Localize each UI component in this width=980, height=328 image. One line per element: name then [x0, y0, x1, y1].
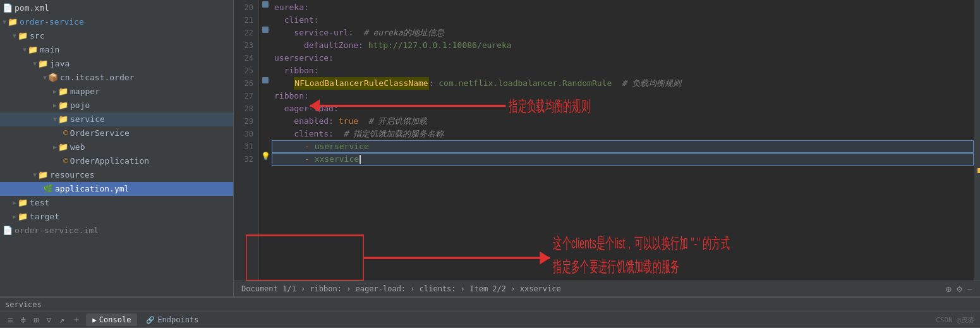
gutter: 💡 — [259, 0, 272, 281]
code-space — [334, 128, 344, 140]
code-value: xxservice — [315, 153, 359, 166]
fold-indicator[interactable] — [262, 77, 269, 83]
iml-icon: 📄 — [3, 224, 13, 237]
tree-label: pom.xml — [15, 2, 49, 15]
code-colon: : — [429, 77, 434, 90]
code-indent — [274, 64, 284, 77]
folder-icon: 📁 — [58, 99, 68, 112]
folder-icon: 📁 — [18, 210, 28, 223]
tree-label: test — [30, 197, 49, 209]
code-indent — [275, 140, 305, 153]
code-line-20: eureka: — [272, 1, 974, 14]
code-indent — [274, 39, 304, 52]
tree-label: java — [50, 58, 70, 70]
add-icon[interactable]: ⊕ — [945, 283, 952, 295]
tree-item-order-service[interactable]: ▼ 📁 order-service — [0, 15, 233, 29]
tree-label: target — [30, 210, 59, 223]
tab-endpoints[interactable]: 🔗 Endpoints — [140, 313, 205, 326]
bottom-panel: services ≡ ≑ ⊞ ▽ ↗ ＋ ▶ Console 🔗 Endpoin… — [0, 296, 980, 328]
fold-indicator[interactable] — [262, 1, 269, 8]
tree-item-target[interactable]: ▶ 📁 target — [0, 210, 233, 224]
line-numbers: 20 21 22 23 24 25 26 27 28 29 30 31 32 — [234, 0, 259, 281]
code-indent — [274, 14, 284, 27]
tree-label: service — [70, 113, 105, 126]
tree-item-mapper[interactable]: ▶ 📁 mapper — [0, 85, 233, 99]
scroll-down-icon[interactable]: ≑ — [18, 313, 28, 326]
tree-label: order-service — [20, 16, 84, 28]
chevron-right-icon: ▶ — [13, 197, 16, 209]
chevron-down-icon: ▼ — [43, 71, 47, 84]
code-key: clients: — [294, 128, 334, 140]
tree-item-package[interactable]: ▼ 📦 cn.itcast.order — [0, 71, 233, 85]
tree-item-pojo[interactable]: ▶ 📁 pojo — [0, 99, 233, 112]
code-indent — [274, 128, 294, 140]
code-indent — [275, 153, 305, 166]
code-dash: - — [305, 153, 315, 166]
code-comment: # 开启饥饿加载 — [368, 115, 428, 128]
tree-item-order-application[interactable]: © OrderApplication — [0, 154, 233, 168]
java-class-icon: © — [63, 127, 68, 140]
chevron-right-icon: ▶ — [53, 99, 57, 112]
file-tree-sidebar: 📄 pom.xml ▼ 📁 order-service ▼ 📁 src ▼ 📁 … — [0, 0, 234, 296]
grid-icon[interactable]: ⊞ — [31, 313, 41, 326]
xml-icon: 📄 — [3, 2, 13, 15]
chevron-down-icon: ▼ — [33, 169, 37, 181]
tree-label: mapper — [70, 85, 100, 98]
folder-icon: 📁 — [8, 16, 18, 28]
code-line-30: clients: # 指定饥饿加载的服务名称 — [272, 128, 974, 140]
code-space — [433, 77, 439, 90]
tab-console[interactable]: ▶ Console — [86, 313, 137, 326]
scroll-to-top-icon[interactable]: ≡ — [5, 313, 15, 326]
tree-label: src — [30, 30, 44, 42]
lightbulb-icon[interactable]: 💡 — [261, 152, 270, 161]
cursor — [360, 155, 361, 164]
tree-item-resources[interactable]: ▼ 📁 resources — [0, 168, 233, 182]
fold-indicator[interactable] — [262, 27, 269, 33]
tree-item-order-service-java[interactable]: © OrderService — [0, 126, 233, 140]
code-space — [334, 115, 339, 128]
chevron-down-icon: ▼ — [23, 44, 27, 56]
code-space — [353, 27, 363, 39]
code-value: com.netflix.loadbalancer.RandomRule — [439, 77, 612, 90]
tree-item-main[interactable]: ▼ 📁 main — [0, 43, 233, 57]
folder-icon: 📁 — [58, 113, 68, 126]
tree-item-service[interactable]: ▼ 📁 service — [0, 112, 233, 126]
code-line-31: - userservice — [272, 140, 974, 153]
status-bar: Document 1/1 › ribbon: › eager-load: › c… — [234, 281, 980, 296]
expand-icon[interactable]: ↗ — [57, 313, 67, 326]
tree-item-iml[interactable]: 📄 order-service.iml — [0, 224, 233, 238]
main-container: 📄 pom.xml ▼ 📁 order-service ▼ 📁 src ▼ 📁 … — [0, 0, 980, 328]
tree-item-web[interactable]: ▶ 📁 web — [0, 140, 233, 154]
code-value: http://127.0.0.1:10086/eureka — [368, 39, 512, 52]
tree-item-pom-xml[interactable]: 📄 pom.xml — [0, 1, 233, 15]
tree-item-application-yml[interactable]: 🌿 application.yml — [0, 182, 233, 196]
chevron-down-icon: ▼ — [33, 58, 37, 70]
filter-icon[interactable]: ▽ — [44, 313, 54, 326]
chevron-right-icon: ▶ — [13, 210, 16, 223]
tree-label: main — [40, 44, 59, 56]
code-comment: # eureka的地址信息 — [363, 27, 444, 39]
code-key: enabled: — [294, 115, 334, 128]
tree-item-src[interactable]: ▼ 📁 src — [0, 29, 233, 43]
code-content: 20 21 22 23 24 25 26 27 28 29 30 31 32 — [234, 0, 980, 281]
code-indent — [274, 102, 284, 115]
code-value: userservice — [315, 140, 369, 153]
endpoints-icon: 🔗 — [146, 316, 155, 324]
chevron-down-icon: ▼ — [3, 16, 6, 28]
add-tab-icon[interactable]: ＋ — [70, 313, 83, 327]
tree-item-java[interactable]: ▼ 📁 java — [0, 57, 233, 71]
minus-icon[interactable]: − — [967, 284, 972, 294]
tree-item-test[interactable]: ▶ 📁 test — [0, 196, 233, 210]
right-scrollbar[interactable] — [974, 0, 980, 281]
code-editor[interactable]: eureka: client: service-url: # eureka的地址… — [272, 0, 974, 281]
chevron-down-icon: ▼ — [53, 113, 57, 126]
tree-label: OrderService — [70, 127, 130, 140]
code-nf-class: NFLoadBalancerRuleClassName — [294, 77, 428, 90]
settings-icon[interactable]: ⚙ — [957, 284, 962, 294]
code-line-32: - xxservice — [272, 153, 974, 166]
code-line-23: defaultZone: http://127.0.0.1:10086/eure… — [272, 39, 974, 52]
java-app-icon: © — [63, 155, 68, 167]
chevron-right-icon: ▶ — [53, 141, 57, 154]
code-indent — [274, 115, 294, 128]
editor-area: 20 21 22 23 24 25 26 27 28 29 30 31 32 — [234, 0, 980, 296]
